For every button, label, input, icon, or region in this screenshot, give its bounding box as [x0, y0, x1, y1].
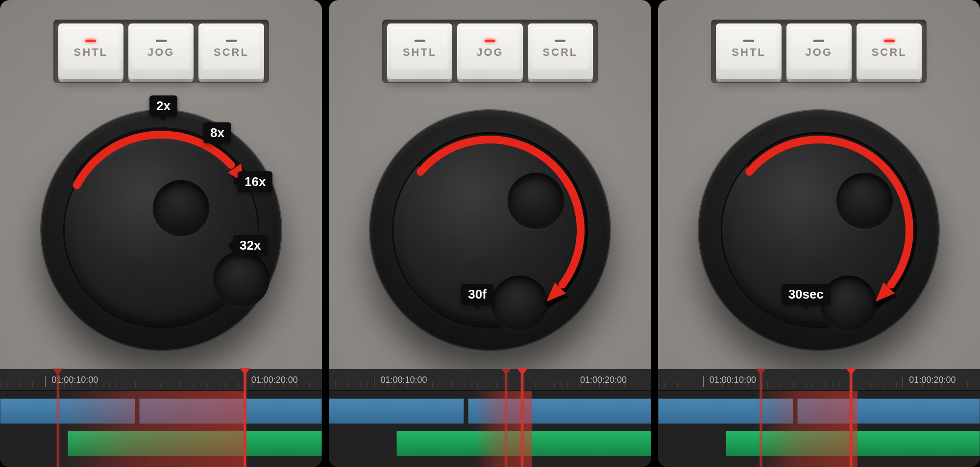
shtl-key[interactable]: SHTL [716, 23, 781, 79]
key-label: JOG [476, 46, 503, 59]
key-label: SCRL [542, 46, 578, 59]
control-panel-jog: SHTLJOGSCRL30f01:00:10:0001:00:20:00 [329, 0, 651, 467]
scrl-key[interactable]: SCRL [198, 23, 264, 79]
key-label: SHTL [74, 46, 108, 59]
timecode-label: 01:00:20:00 [251, 375, 298, 385]
key-led [156, 40, 167, 42]
timecode-label: 01:00:10:00 [710, 375, 756, 385]
speed-tag: 8x [203, 122, 231, 143]
timecode-label: 01:00:20:00 [580, 375, 627, 385]
timeline-tracks[interactable] [0, 391, 322, 467]
audio-clip[interactable] [68, 431, 322, 456]
key-label: JOG [147, 46, 174, 59]
key-label: SHTL [732, 46, 765, 59]
timeline: 01:00:10:0001:00:20:00 [658, 369, 980, 467]
video-clip[interactable] [468, 398, 651, 424]
shtl-key[interactable]: SHTL [387, 23, 452, 79]
key-led [884, 40, 895, 42]
dial-dimple [508, 173, 564, 229]
control-panel-scroll: SHTLJOGSCRL30sec01:00:10:0001:00:20:00 [658, 0, 980, 467]
video-clip[interactable] [139, 398, 322, 424]
dial-dimple [213, 251, 270, 307]
key-led [555, 40, 565, 42]
key-well: SHTLJOGSCRL [382, 20, 598, 83]
search-dial[interactable] [41, 110, 281, 350]
dial-dimple [153, 180, 209, 236]
jog-key[interactable]: JOG [128, 23, 194, 79]
key-led [813, 40, 824, 42]
shtl-key[interactable]: SHTL [58, 23, 123, 79]
scrl-key[interactable]: SCRL [857, 23, 922, 79]
video-clip[interactable] [797, 398, 980, 424]
search-dial[interactable] [370, 110, 610, 350]
key-led [485, 40, 495, 42]
key-label: SCRL [872, 46, 907, 59]
key-led [85, 40, 96, 42]
timecode-label: 01:00:10:00 [51, 375, 98, 385]
speed-tag: 2x [149, 95, 177, 117]
search-dial[interactable] [699, 110, 939, 350]
timeline: 01:00:10:0001:00:20:00 [329, 369, 651, 467]
key-led [226, 40, 237, 42]
dial-dimple [491, 276, 548, 332]
video-clip[interactable] [329, 398, 464, 424]
timecode-label: 01:00:20:00 [909, 375, 956, 385]
key-label: JOG [806, 46, 833, 59]
scrl-key[interactable]: SCRL [528, 23, 593, 79]
timeline-ruler[interactable]: 01:00:10:0001:00:20:00 [329, 369, 651, 391]
key-label: SHTL [403, 46, 437, 59]
jog-key[interactable]: JOG [457, 23, 522, 79]
speed-tag: 32x [233, 235, 268, 256]
speed-tag: 30sec [782, 284, 831, 305]
video-clip[interactable] [0, 398, 135, 424]
timeline-ruler[interactable]: 01:00:10:0001:00:20:00 [0, 369, 322, 391]
audio-clip[interactable] [726, 431, 980, 456]
key-well: SHTLJOGSCRL [711, 20, 927, 83]
audio-clip[interactable] [396, 431, 651, 456]
video-clip[interactable] [658, 398, 793, 424]
timeline-tracks[interactable] [329, 391, 651, 467]
speed-tag: 16x [238, 171, 272, 192]
timeline-ruler[interactable]: 01:00:10:0001:00:20:00 [658, 369, 980, 391]
control-panel-shuttle: SHTLJOGSCRL2x8x16x32x01:00:10:0001:00:20… [0, 0, 322, 467]
jog-key[interactable]: JOG [786, 23, 852, 79]
timecode-label: 01:00:10:00 [381, 375, 427, 385]
key-led [415, 40, 425, 42]
timeline-tracks[interactable] [658, 391, 980, 467]
key-label: SCRL [214, 46, 249, 59]
key-well: SHTLJOGSCRL [53, 20, 269, 83]
key-led [743, 40, 754, 42]
speed-tag: 30f [461, 284, 493, 305]
timeline: 01:00:10:0001:00:20:00 [0, 369, 322, 467]
dial-dimple [836, 173, 893, 229]
